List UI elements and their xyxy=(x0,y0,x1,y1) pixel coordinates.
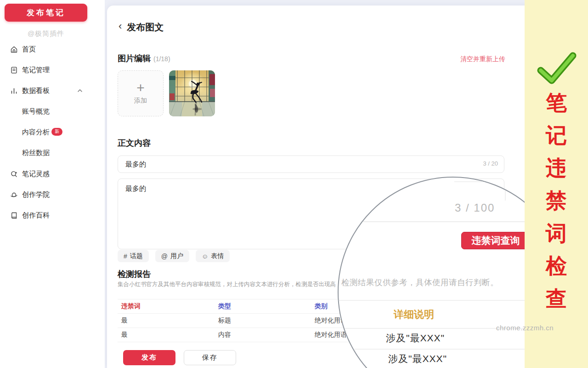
sidebar-item-fans-data[interactable]: 粉丝数据 xyxy=(0,145,105,161)
topic-chip-button[interactable]: # 话题 xyxy=(118,250,149,262)
report-section-title: 检测报告 xyxy=(118,269,151,280)
banner-char: 检 xyxy=(546,255,567,277)
page-title: 发布图文 xyxy=(127,21,164,34)
col-type: 类型 xyxy=(218,302,231,310)
image-thumbnail[interactable] xyxy=(169,70,215,116)
sidebar-item-note-manage[interactable]: 笔记管理 xyxy=(0,62,105,78)
zoom-body-char-counter: 3 / 100 xyxy=(455,201,495,214)
mention-chip-button[interactable]: @ 用户 xyxy=(155,250,189,262)
insert-toolbar: # 话题 @ 用户 ☺ 表情 xyxy=(118,250,230,262)
sidebar-item-label: 首页 xyxy=(22,45,36,54)
zoom-col-detail: 详细说明 xyxy=(394,308,434,322)
sidebar-item-label: 创作学院 xyxy=(22,190,50,199)
site-watermark: chrome.zzzmh.cn xyxy=(496,324,554,332)
banner-char: 查 xyxy=(546,288,567,310)
cell-category: 绝对化用语 xyxy=(315,331,347,339)
chevron-up-icon[interactable] xyxy=(77,88,83,93)
plugin-watermark: @极简插件 xyxy=(0,29,92,38)
chip-label: 话题 xyxy=(130,252,143,260)
sidebar-item-label: 笔记灵感 xyxy=(22,170,50,178)
sidebar-item-label: 账号概览 xyxy=(22,107,50,116)
add-image-button[interactable]: + 添加 xyxy=(118,70,164,116)
publish-button[interactable]: 发布 xyxy=(123,350,175,365)
inspiration-icon xyxy=(10,170,18,178)
forbidden-word-check-button[interactable]: 违禁词查询 xyxy=(461,232,530,249)
smiley-icon: ☺ xyxy=(202,253,208,260)
title-char-counter: 3 / 20 xyxy=(483,160,498,167)
bar-chart-icon xyxy=(10,86,18,95)
banner-char: 笔 xyxy=(546,92,567,114)
note-title-input[interactable] xyxy=(118,155,504,173)
cell-type: 内容 xyxy=(218,331,231,339)
cell-word: 最 xyxy=(121,316,128,325)
home-icon xyxy=(10,45,18,53)
banner-vertical-text: 笔 记 违 禁 词 检 查 xyxy=(525,92,588,310)
sidebar-item-account-overview[interactable]: 账号概览 xyxy=(0,104,105,119)
col-forbidden-word: 违禁词 xyxy=(121,302,141,310)
sidebar-item-label: 数据看板 xyxy=(22,86,50,95)
sidebar-item-note-inspiration[interactable]: 笔记灵感 xyxy=(0,166,105,182)
chip-label: 用户 xyxy=(170,252,183,260)
sidebar-item-creator-wiki[interactable]: 创作百科 xyxy=(0,207,105,223)
save-button[interactable]: 保存 xyxy=(184,350,236,365)
plus-icon: + xyxy=(136,82,145,94)
publish-note-button[interactable]: 发布笔记 xyxy=(5,4,87,22)
academy-icon xyxy=(10,190,18,199)
report-description: 集合小红书官方及其他平台内容审核规范，对上传内容文本进行分析，检测是否出现高 xyxy=(118,281,336,288)
sidebar-item-label: 粉丝数据 xyxy=(22,149,50,157)
cell-type: 标题 xyxy=(218,316,231,325)
back-button[interactable]: ‹ 发布图文 xyxy=(119,21,164,34)
image-edit-title: 图片编辑(1/18) xyxy=(118,53,170,64)
hash-icon: # xyxy=(124,253,127,260)
banner-char: 记 xyxy=(546,125,567,146)
clear-reupload-link[interactable]: 清空并重新上传 xyxy=(460,55,505,63)
col-category: 类别 xyxy=(315,302,328,310)
dancer-image xyxy=(169,70,215,116)
zoom-report-description: 检测结果仅供参考，具体使用请自行判断。 xyxy=(341,277,498,288)
content-section-title: 正文内容 xyxy=(118,138,151,149)
note-icon xyxy=(10,66,18,74)
banner-char: 禁 xyxy=(546,190,567,212)
sidebar-item-label: 创作百科 xyxy=(22,211,50,220)
sidebar-item-content-analysis[interactable]: 内容分析 新 xyxy=(0,124,105,140)
banner-char: 词 xyxy=(546,223,567,244)
new-badge: 新 xyxy=(51,128,62,136)
sidebar-item-dashboard[interactable]: 数据看板 xyxy=(0,83,105,98)
banner-char: 违 xyxy=(546,157,567,179)
sidebar: 发布笔记 @极简插件 首页 笔记管理 数据看板 账号概览 内容分析 新 粉丝数据 xyxy=(0,0,105,368)
sidebar-item-creator-academy[interactable]: 创作学院 xyxy=(0,187,105,202)
chip-label: 表情 xyxy=(211,252,224,260)
zoom-cell-detail: 涉及"最XXX" xyxy=(386,332,445,345)
check-icon xyxy=(525,52,588,84)
book-icon xyxy=(10,211,18,219)
zoom-cell-detail: 涉及"最XXX" xyxy=(388,352,447,365)
back-chevron-icon: ‹ xyxy=(119,21,122,31)
image-count: (1/18) xyxy=(153,55,170,63)
sidebar-item-label: 笔记管理 xyxy=(22,66,50,75)
cell-word: 最 xyxy=(121,331,128,339)
add-image-label: 添加 xyxy=(134,97,147,105)
promo-banner: 笔 记 违 禁 词 检 查 xyxy=(525,0,588,368)
at-icon: @ xyxy=(161,253,168,260)
sidebar-item-label: 内容分析 xyxy=(22,128,50,137)
sidebar-item-home[interactable]: 首页 xyxy=(0,41,105,57)
emoji-chip-button[interactable]: ☺ 表情 xyxy=(196,250,230,262)
